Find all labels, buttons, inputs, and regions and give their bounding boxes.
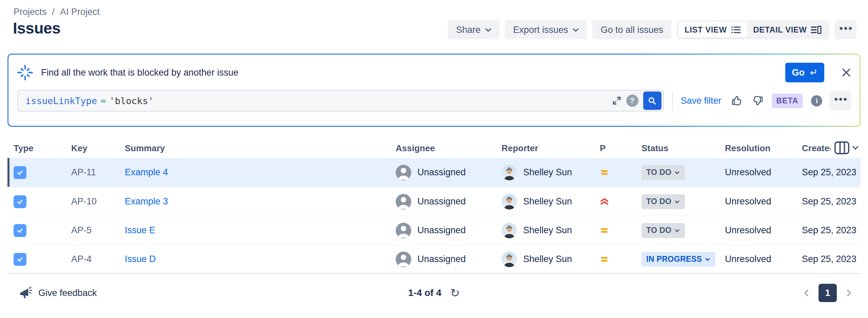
reporter-cell[interactable]: Shelley Sun — [501, 223, 600, 238]
column-header-key[interactable]: Key — [71, 143, 125, 154]
status-label: TO DO — [646, 226, 671, 235]
column-header-type[interactable]: Type — [14, 143, 71, 154]
table-body: AP-11 Example 4 Unassigned Shelley Sun — [7, 158, 861, 274]
column-header-resolution[interactable]: Resolution — [725, 143, 802, 154]
list-view-icon — [731, 26, 741, 34]
row-checkbox[interactable] — [14, 195, 26, 208]
status-dropdown[interactable]: TO DO — [642, 194, 685, 209]
priority-medium-icon — [600, 168, 609, 177]
resolution-cell: Unresolved — [725, 196, 802, 207]
columns-picker-button[interactable] — [834, 141, 859, 155]
table-row[interactable]: AP-10 Example 3 Unassigned Shelley Sun — [7, 187, 861, 216]
resolution-cell: Unresolved — [725, 167, 802, 178]
chevron-down-icon — [485, 27, 491, 33]
reporter-avatar — [501, 252, 517, 267]
tab-detail-view[interactable]: DETAIL VIEW — [747, 22, 828, 38]
table-header: Type Key Summary Assignee Reporter P Sta… — [7, 138, 861, 158]
share-button[interactable]: Share — [448, 20, 499, 39]
tab-list-view[interactable]: LIST VIEW — [678, 22, 747, 38]
go-to-all-issues-button[interactable]: Go to all issues — [592, 20, 671, 39]
megaphone-icon — [19, 286, 33, 300]
help-icon[interactable]: ? — [626, 95, 638, 107]
status-label: IN PROGRESS — [646, 255, 702, 264]
check-icon — [17, 169, 23, 176]
save-filter-link[interactable]: Save filter — [681, 96, 722, 106]
breadcrumb-projects-link[interactable]: Projects — [14, 7, 47, 17]
table-row[interactable]: AP-4 Issue D Unassigned Shelley Sun — [7, 244, 861, 273]
status-dropdown[interactable]: TO DO — [642, 223, 685, 238]
jql-field: issueLinkType — [25, 96, 97, 106]
issue-key: AP-4 — [71, 254, 125, 264]
beta-badge: BETA — [772, 94, 803, 108]
assignee-name: Unassigned — [417, 196, 466, 207]
breadcrumb-project-link[interactable]: AI Project — [60, 7, 100, 17]
priority-medium-icon — [600, 226, 609, 235]
chevron-down-icon — [674, 170, 680, 176]
breadcrumb: Projects / AI Project — [14, 7, 100, 17]
info-icon[interactable]: i — [811, 95, 822, 106]
chevron-down-icon — [674, 199, 680, 205]
refresh-icon[interactable]: ↻ — [450, 287, 460, 299]
view-switcher: LIST VIEW DETAIL VIEW — [677, 20, 829, 39]
column-header-reporter[interactable]: Reporter — [501, 143, 600, 154]
priority-cell — [600, 168, 642, 177]
assignee-cell[interactable]: Unassigned — [396, 223, 501, 238]
unassigned-avatar — [396, 165, 411, 180]
column-header-created[interactable]: Created — [802, 143, 830, 154]
reporter-name: Shelley Sun — [523, 225, 572, 236]
reporter-cell[interactable]: Shelley Sun — [501, 252, 600, 267]
jql-input[interactable]: issueLinkType='blocks' ? — [17, 90, 664, 112]
thumbs-down-icon[interactable] — [751, 95, 764, 107]
issue-summary-link[interactable]: Issue E — [125, 225, 155, 235]
chevron-down-icon — [674, 227, 680, 234]
issue-summary-link[interactable]: Issue D — [125, 254, 156, 264]
close-icon[interactable] — [841, 67, 851, 78]
priority-cell — [600, 255, 642, 264]
table-footer: Give feedback 1-4 of 4 ↻ 1 — [0, 274, 868, 312]
columns-icon — [834, 141, 850, 155]
row-checkbox[interactable] — [14, 166, 26, 179]
column-header-assignee[interactable]: Assignee — [396, 143, 501, 154]
reporter-avatar — [501, 194, 517, 210]
header-more-button[interactable]: ••• — [835, 20, 856, 39]
current-page-button[interactable]: 1 — [818, 284, 837, 302]
ai-search-panel: Find all the work that is blocked by ano… — [7, 54, 861, 127]
assignee-name: Unassigned — [417, 225, 466, 236]
ai-prompt-text: Find all the work that is blocked by ano… — [41, 67, 238, 78]
chevron-down-icon — [852, 145, 859, 150]
row-checkbox[interactable] — [14, 224, 26, 237]
assignee-cell[interactable]: Unassigned — [396, 194, 501, 210]
status-dropdown[interactable]: IN PROGRESS — [642, 252, 715, 267]
reporter-cell[interactable]: Shelley Sun — [501, 194, 600, 210]
previous-page-icon[interactable] — [802, 289, 811, 297]
return-key-icon — [809, 68, 817, 77]
issue-summary-link[interactable]: Example 4 — [125, 167, 168, 177]
give-feedback-button[interactable]: Give feedback — [19, 286, 97, 300]
assignee-cell[interactable]: Unassigned — [396, 165, 501, 180]
next-page-icon[interactable] — [844, 289, 853, 297]
thumbs-up-icon[interactable] — [731, 95, 743, 107]
column-header-status[interactable]: Status — [642, 143, 725, 154]
export-issues-button[interactable]: Export issues — [505, 20, 587, 39]
reporter-cell[interactable]: Shelley Sun — [501, 165, 600, 180]
resolution-cell: Unresolved — [725, 254, 802, 264]
table-row[interactable]: AP-5 Issue E Unassigned Shelley Sun — [7, 216, 861, 244]
assignee-name: Unassigned — [417, 254, 466, 264]
assignee-cell[interactable]: Unassigned — [396, 252, 501, 267]
status-label: TO DO — [646, 197, 671, 206]
status-dropdown[interactable]: TO DO — [642, 165, 685, 180]
reporter-name: Shelley Sun — [523, 254, 572, 264]
row-checkbox[interactable] — [14, 253, 26, 266]
assignee-name: Unassigned — [417, 167, 466, 178]
column-header-priority[interactable]: P — [600, 143, 642, 154]
expand-icon[interactable] — [612, 96, 622, 105]
reporter-avatar — [501, 223, 517, 238]
jql-more-button[interactable]: ••• — [830, 91, 851, 110]
go-button[interactable]: Go — [785, 63, 825, 82]
jql-value: 'blocks' — [110, 96, 154, 106]
column-header-summary[interactable]: Summary — [125, 143, 396, 154]
jql-operator: = — [97, 96, 109, 106]
issue-summary-link[interactable]: Example 3 — [125, 196, 168, 206]
table-row[interactable]: AP-11 Example 4 Unassigned Shelley Sun — [7, 158, 861, 187]
jql-search-button[interactable] — [643, 92, 662, 110]
